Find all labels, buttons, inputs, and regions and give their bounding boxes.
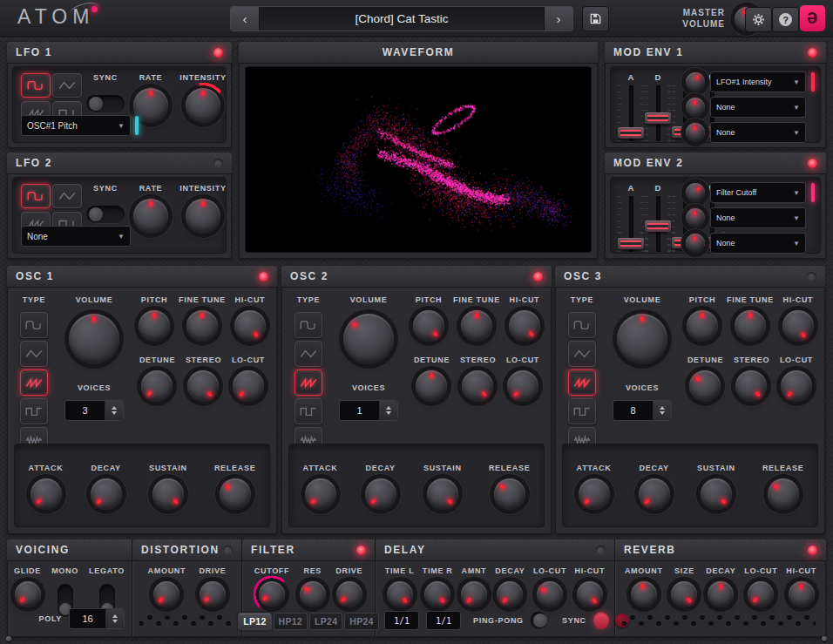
delay-lo-cut-knob[interactable] <box>537 581 563 607</box>
help-button[interactable]: ? <box>772 7 799 32</box>
sine-wave-button[interactable] <box>21 184 51 208</box>
filter-drive-knob[interactable] <box>336 581 362 607</box>
distortion-drive-knob[interactable] <box>200 581 226 607</box>
filter-led[interactable] <box>356 546 366 555</box>
env-target1-dropdown[interactable]: LFO#1 Intensity▼ <box>710 71 806 92</box>
osc-release-knob[interactable] <box>494 478 525 510</box>
saw-wave-button[interactable] <box>568 369 596 396</box>
filter-res-knob[interactable] <box>300 581 326 607</box>
lfo2-sync-toggle[interactable] <box>86 206 125 223</box>
delay-time-r-value[interactable]: 1/1 <box>426 611 461 630</box>
distortion-amount-knob[interactable] <box>153 581 179 607</box>
delay-led[interactable] <box>596 546 606 555</box>
lfo1-rate-knob[interactable] <box>133 88 168 123</box>
modenv2-led[interactable] <box>808 159 817 168</box>
osc-pitch-knob[interactable] <box>139 310 170 342</box>
stepper-arrows-icon[interactable] <box>653 401 671 420</box>
osc-fine-tune-knob[interactable] <box>461 310 492 342</box>
env-target1-amount-knob[interactable] <box>686 183 705 202</box>
osc-hi-cut-knob[interactable] <box>782 310 814 342</box>
voices-stepper[interactable]: 3 <box>64 400 124 421</box>
osc-attack-knob[interactable] <box>305 478 336 510</box>
osc-led[interactable] <box>259 272 268 281</box>
saw-wave-button[interactable] <box>20 369 48 396</box>
osc-hi-cut-knob[interactable] <box>234 310 266 342</box>
env-target1-mod-bar[interactable] <box>811 183 815 202</box>
lfo2-rate-knob[interactable] <box>133 199 168 234</box>
delay-time-l-knob[interactable] <box>387 581 413 607</box>
env-target3-dropdown[interactable]: None▼ <box>710 122 806 143</box>
pulse-wave-button[interactable] <box>20 398 48 424</box>
triangle-wave-button[interactable] <box>20 341 48 367</box>
osc-detune-knob[interactable] <box>141 370 173 402</box>
filter-mode-hp24-button[interactable]: HP24 <box>344 613 378 630</box>
delay-sync-toggle[interactable] <box>593 612 609 629</box>
preset-name-field[interactable]: [Chord] Cat Tastic <box>260 7 544 31</box>
env-target3-amount-knob[interactable] <box>686 123 705 142</box>
reverb-lo-cut-knob[interactable] <box>748 581 774 607</box>
osc-sustain-knob[interactable] <box>152 478 184 510</box>
env-target1-amount-knob[interactable] <box>686 72 705 92</box>
reverb-led[interactable] <box>808 546 817 555</box>
glide-knob[interactable] <box>15 581 41 607</box>
lfo1-target-dropdown[interactable]: OSC#1 Pitch▼ <box>21 115 131 136</box>
osc-decay-knob[interactable] <box>639 478 670 510</box>
osc-decay-knob[interactable] <box>91 478 122 510</box>
osc-decay-knob[interactable] <box>365 478 396 510</box>
env-target2-amount-knob[interactable] <box>686 98 705 117</box>
preset-next-button[interactable]: › <box>544 7 572 31</box>
voices-stepper[interactable]: 1 <box>339 400 398 421</box>
stepper-arrows-icon[interactable] <box>105 609 124 628</box>
env-target3-dropdown[interactable]: None▼ <box>710 233 806 254</box>
osc-fine-tune-knob[interactable] <box>186 310 218 342</box>
osc-volume-knob[interactable] <box>343 314 394 364</box>
lfo2-target-dropdown[interactable]: None▼ <box>21 226 131 247</box>
stepper-arrows-icon[interactable] <box>105 401 123 420</box>
osc-volume-knob[interactable] <box>69 314 119 364</box>
settings-button[interactable] <box>745 7 772 32</box>
lfo1-sync-toggle[interactable] <box>86 95 125 112</box>
osc-fine-tune-knob[interactable] <box>735 310 766 342</box>
preset-prev-button[interactable]: ‹ <box>231 7 260 31</box>
osc-stereo-knob[interactable] <box>462 370 493 402</box>
env-target2-dropdown[interactable]: None▼ <box>710 207 806 228</box>
pulse-wave-button[interactable] <box>568 398 596 424</box>
triangle-wave-button[interactable] <box>52 73 82 98</box>
osc-attack-knob[interactable] <box>579 478 610 510</box>
env-decay-slider[interactable]: D <box>645 183 671 252</box>
filter-cutoff-knob[interactable] <box>259 581 285 607</box>
sine-wave-button[interactable] <box>21 73 51 98</box>
osc-volume-knob[interactable] <box>617 314 667 364</box>
lfo2-led[interactable] <box>213 159 223 168</box>
distortion-led[interactable] <box>223 546 233 555</box>
delay-hi-cut-knob[interactable] <box>577 581 603 607</box>
triangle-wave-button[interactable] <box>295 341 322 367</box>
osc-sustain-knob[interactable] <box>427 478 458 510</box>
lfo1-intensity-knob[interactable] <box>186 88 220 123</box>
lfo1-led[interactable] <box>213 48 223 58</box>
osc-release-knob[interactable] <box>220 478 251 510</box>
osc-detune-knob[interactable] <box>689 370 721 402</box>
osc-attack-knob[interactable] <box>30 478 62 510</box>
filter-mode-hp12-button[interactable]: HP12 <box>274 613 308 630</box>
delay-time-r-knob[interactable] <box>424 581 450 607</box>
lfo2-intensity-knob[interactable] <box>186 199 220 234</box>
modenv1-led[interactable] <box>808 48 817 58</box>
osc-lo-cut-knob[interactable] <box>781 370 812 402</box>
osc-stereo-knob[interactable] <box>187 370 219 402</box>
reverb-amount-knob[interactable] <box>631 581 657 607</box>
brand-logo[interactable]: e <box>800 5 825 31</box>
osc-detune-knob[interactable] <box>416 370 447 402</box>
osc-led[interactable] <box>533 272 543 281</box>
delay-amount-knob[interactable] <box>461 581 487 607</box>
osc-release-knob[interactable] <box>768 478 799 510</box>
smooth-square-wave-button[interactable] <box>20 312 48 338</box>
osc-stereo-knob[interactable] <box>735 370 767 402</box>
save-preset-button[interactable] <box>582 6 609 31</box>
env-target2-dropdown[interactable]: None▼ <box>710 97 806 118</box>
osc-pitch-knob[interactable] <box>413 310 444 342</box>
osc-lo-cut-knob[interactable] <box>507 370 538 402</box>
env-decay-slider[interactable]: D <box>645 72 671 141</box>
filter-mode-lp24-button[interactable]: LP24 <box>309 613 342 630</box>
triangle-wave-button[interactable] <box>568 341 596 367</box>
